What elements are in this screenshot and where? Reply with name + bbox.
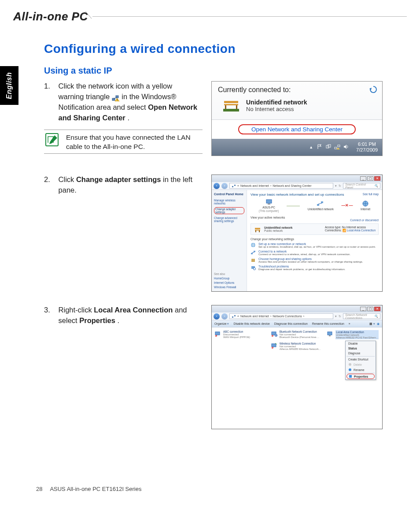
search-input[interactable]: Search Control Panel🔍	[343, 183, 380, 189]
titlebar-3: _ ▢ ✕	[212, 305, 382, 312]
link-change-adapter[interactable]: Change adapter settings	[214, 207, 244, 214]
link-manage-wireless[interactable]: Manage wireless networks	[214, 199, 244, 205]
note-icon	[44, 132, 60, 148]
close-button-3[interactable]: ✕	[374, 307, 380, 311]
see-full-map-link[interactable]: See full map	[363, 193, 379, 196]
svg-rect-13	[328, 145, 331, 147]
step-1-period: .	[127, 114, 129, 122]
close-button[interactable]: ✕	[374, 176, 380, 181]
rename-btn[interactable]: Rename this connection	[312, 322, 344, 325]
step-2-text-a: Click	[59, 175, 76, 183]
conn-bluetooth[interactable]: B Bluetooth Network ConnectionNot connec…	[271, 330, 324, 339]
bench-icon	[222, 97, 240, 113]
svg-line-24	[318, 203, 322, 204]
svg-rect-56	[349, 375, 352, 378]
devices-icon[interactable]	[325, 144, 332, 151]
svg-rect-15	[338, 145, 340, 147]
disable-device-btn[interactable]: Disable this network device	[233, 322, 269, 325]
svg-rect-12	[326, 145, 329, 148]
control-panel-home[interactable]: Control Panel Home	[214, 193, 244, 196]
svg-rect-39	[232, 316, 233, 318]
svg-rect-20	[266, 200, 272, 203]
max-button[interactable]: ▢	[367, 176, 373, 181]
refresh-icon[interactable]	[369, 85, 378, 94]
address-bar-row-3: ‹ › « Network and Internet› Network Conn…	[212, 312, 382, 320]
link-windows-firewall[interactable]: Windows Firewall	[214, 286, 244, 289]
menu-properties[interactable]: Properties	[346, 374, 375, 379]
svg-rect-11	[223, 109, 239, 111]
back-button[interactable]: ‹	[214, 183, 220, 189]
menu-status[interactable]: Status	[346, 346, 376, 351]
menu-diagnose[interactable]: Diagnose	[346, 351, 376, 356]
conn-local-area[interactable]: Local Area ConnectionUnidentified networ…	[327, 330, 379, 339]
link-homegroup[interactable]: HomeGroup	[214, 277, 244, 280]
see-also-label: See also	[214, 272, 244, 275]
network-tray-icon[interactable]	[334, 144, 340, 151]
menu-rename[interactable]: Rename	[346, 367, 376, 372]
forward-button-3[interactable]: ›	[221, 313, 228, 320]
crumb-a: Network and Internet	[240, 184, 269, 187]
breadcrumb-3[interactable]: « Network and Internet› Network Connecti…	[229, 313, 333, 319]
forward-button[interactable]: ›	[221, 183, 228, 189]
flyout-net-name: Unidentified network	[246, 99, 307, 106]
left-pane: Control Panel Home Manage wireless netwo…	[212, 190, 247, 291]
svg-rect-36	[251, 260, 255, 262]
item-connect-network[interactable]: Connect to a networkConnect or reconnect…	[251, 250, 379, 256]
step-2-bold: Change adapter settings	[76, 175, 161, 183]
step-3-number: 3.	[44, 305, 56, 316]
menu-delete: Delete	[346, 362, 376, 367]
flyout-link-row: Open Network and Sharing Center	[212, 120, 382, 139]
min-button-3[interactable]: _	[360, 307, 366, 311]
svg-rect-31	[251, 253, 253, 254]
svg-rect-41	[215, 332, 220, 335]
volume-icon[interactable]	[343, 144, 349, 151]
svg-rect-49	[328, 332, 332, 335]
menu-disable[interactable]: Disable	[346, 341, 376, 346]
open-network-sharing-link[interactable]: Open Network and Sharing Center	[238, 124, 356, 134]
flag-icon[interactable]	[317, 144, 323, 151]
link-internet-options[interactable]: Internet Options	[214, 281, 244, 284]
step-1-number: 1.	[44, 81, 56, 92]
svg-rect-21	[268, 204, 270, 204]
organize-menu[interactable]: Organize ▾	[214, 322, 229, 326]
footer-text: ASUS All-in-one PC ET1612I Series	[50, 486, 141, 492]
screenshot-network-connections: _ ▢ ✕ ‹ › « Network and Internet› Networ…	[211, 305, 383, 429]
svg-rect-40	[234, 315, 236, 316]
step-2-row: 2. Click Change adapter settings in the …	[44, 175, 383, 292]
clock-date: 7/27/2009	[356, 147, 378, 153]
svg-rect-7	[224, 101, 238, 103]
link-change-advanced[interactable]: Change advanced sharing settings	[214, 216, 244, 223]
screenshot-network-flyout: Currently connected to: Unidentified net…	[211, 81, 383, 156]
view-icon[interactable]: ▦ ▾	[369, 322, 375, 326]
diagnose-btn[interactable]: Diagnose this connection	[274, 322, 308, 325]
svg-point-55	[349, 368, 351, 371]
menu-shortcut[interactable]: Create Shortcut	[346, 357, 376, 362]
connect-disconnect-link[interactable]: Connect or disconnect	[251, 219, 379, 222]
crumb-b: Network and Sharing Center	[273, 184, 311, 187]
taskbar-clock[interactable]: 6:01 PM 7/27/2009	[353, 141, 378, 152]
step-3-text-a: Right-click	[59, 306, 94, 314]
header-rule	[92, 16, 407, 17]
help-icon[interactable]: ◉	[377, 322, 379, 326]
min-button[interactable]: _	[360, 176, 366, 181]
breadcrumb[interactable]: « Network and Internet› Network and Shar…	[229, 183, 333, 189]
conn-wireless[interactable]: Wireless Network ConnectionNot connected…	[271, 342, 324, 350]
back-button-3[interactable]: ‹	[214, 313, 220, 320]
max-button-3[interactable]: ▢	[367, 307, 373, 311]
svg-line-33	[252, 252, 254, 253]
conn-abc[interactable]: ABC connectionDisconnectedWAN Miniport (…	[214, 330, 267, 339]
search-input-3[interactable]: Search Network Connections🔍	[343, 313, 380, 319]
svg-rect-50	[329, 335, 331, 336]
item-troubleshoot[interactable]: Troubleshoot problemsDiagnose and repair…	[251, 265, 379, 271]
svg-rect-8	[224, 104, 238, 105]
svg-rect-51	[272, 344, 276, 347]
svg-point-35	[253, 259, 255, 260]
item-setup-connection[interactable]: Set up a new connection or networkSet up…	[251, 242, 379, 248]
flyout-net-sub: No Internet access	[246, 106, 307, 112]
context-menu: Disable Status Diagnose Create Shortcut …	[345, 341, 376, 380]
tray-arrow-icon[interactable]: ▲	[309, 145, 313, 149]
settings-list: Set up a new connection or networkSet up…	[251, 242, 379, 271]
svg-rect-23	[321, 201, 323, 203]
item-homegroup[interactable]: Choose homegroup and sharing optionsAcce…	[251, 257, 379, 263]
svg-rect-32	[254, 251, 255, 252]
